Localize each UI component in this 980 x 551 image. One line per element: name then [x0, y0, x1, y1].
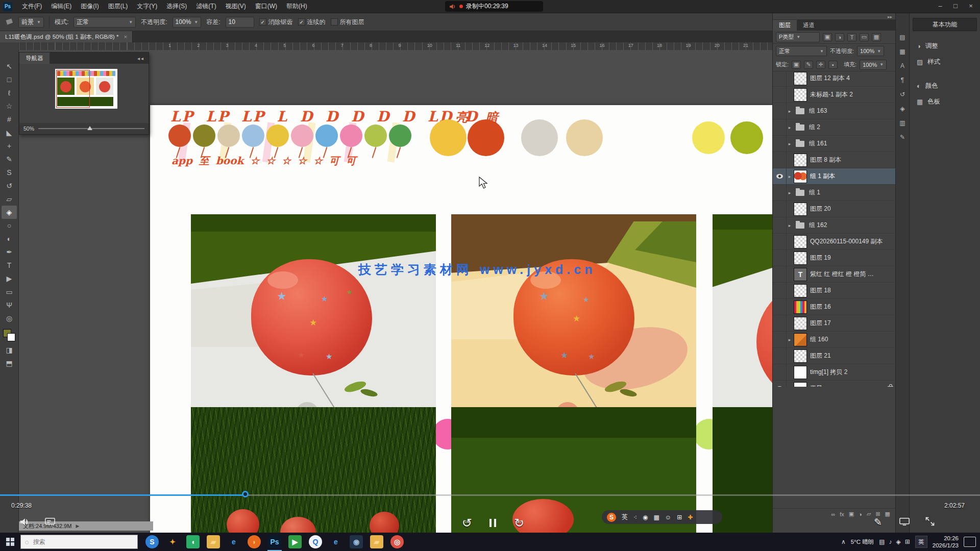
- layer-row-3[interactable]: ▸组 2: [773, 119, 895, 136]
- lock-transparency-icon[interactable]: ▣: [792, 61, 801, 69]
- player-forward-button[interactable]: ↻30: [510, 515, 528, 531]
- layer-visibility-toggle[interactable]: [773, 332, 787, 347]
- layer-visibility-toggle[interactable]: [773, 250, 787, 266]
- path-select-tool-icon[interactable]: ▶: [2, 272, 17, 285]
- taskbar-app-photoshop[interactable]: Ps: [264, 533, 285, 551]
- zoom-tool-icon[interactable]: ◎: [2, 312, 17, 325]
- taskbar-app-capture[interactable]: ▶: [285, 533, 305, 551]
- group-expand-icon[interactable]: ▸: [787, 174, 793, 179]
- layer-group-icon[interactable]: ▱: [867, 511, 871, 517]
- menu-item-8[interactable]: 窗口(W): [251, 0, 282, 13]
- menu-item-2[interactable]: 图像(I): [76, 0, 103, 13]
- search-input[interactable]: [32, 538, 121, 546]
- color-panel-icon[interactable]: ▤: [899, 34, 905, 41]
- antialias-checkbox[interactable]: ✓消除锯齿: [259, 18, 293, 27]
- layer-row-14[interactable]: 图层 16: [773, 299, 895, 315]
- layer-visibility-toggle[interactable]: [773, 168, 787, 184]
- layer-row-17[interactable]: 图层 21: [773, 348, 895, 364]
- taskbar-app-firefox[interactable]: ◗: [244, 533, 264, 551]
- contiguous-checkbox[interactable]: ✓连续的: [298, 18, 326, 27]
- mode-select[interactable]: 正常▼: [74, 17, 136, 28]
- fill-input[interactable]: 100%▼: [860, 60, 887, 70]
- layer-name[interactable]: 图层 19: [810, 254, 893, 262]
- panel-button-adjustments-panel[interactable]: ◑调整: [910, 38, 980, 54]
- healing-brush-tool-icon[interactable]: +: [2, 139, 17, 153]
- info-panel-icon[interactable]: ◈: [900, 105, 904, 112]
- layer-name[interactable]: 背景: [810, 384, 885, 387]
- dodge-tool-icon[interactable]: ◐: [2, 232, 17, 245]
- layer-name[interactable]: 组 1: [809, 188, 893, 197]
- layer-row-13[interactable]: 图层 18: [773, 283, 895, 299]
- layer-name[interactable]: 图层 20: [810, 205, 893, 213]
- status-menu-icon[interactable]: ▶: [76, 523, 79, 529]
- layer-row-16[interactable]: ▸组 160: [773, 332, 895, 348]
- group-expand-icon[interactable]: ▸: [787, 141, 793, 146]
- eraser-tool-icon[interactable]: ▱: [2, 192, 17, 206]
- layer-visibility-toggle[interactable]: [773, 283, 787, 298]
- filter-pixel-icon[interactable]: ▣: [823, 33, 832, 41]
- color-chips[interactable]: [3, 329, 15, 341]
- layer-name[interactable]: 组 2: [809, 123, 893, 132]
- layer-mask-icon[interactable]: ▣: [849, 511, 854, 517]
- notification-center-icon[interactable]: [964, 537, 976, 547]
- brush-tool-icon[interactable]: ✎: [2, 153, 17, 166]
- layer-visibility-toggle[interactable]: [773, 299, 787, 315]
- layer-name[interactable]: 组 161: [809, 139, 893, 148]
- layer-visibility-toggle[interactable]: [773, 348, 787, 364]
- all-layers-checkbox[interactable]: 所有图层: [331, 18, 364, 27]
- layer-row-15[interactable]: 图层 17: [773, 315, 895, 332]
- layer-visibility-toggle[interactable]: [773, 266, 787, 282]
- menu-item-6[interactable]: 滤镜(T): [191, 0, 220, 13]
- crop-tool-icon[interactable]: #: [2, 113, 17, 126]
- taskbar-app-folder2[interactable]: ▰: [366, 533, 387, 551]
- ime-emoji-icon[interactable]: ☺: [665, 514, 671, 521]
- layer-row-1[interactable]: 未标题-1 副本 2: [773, 87, 895, 103]
- menu-item-0[interactable]: 文件(F): [17, 0, 46, 13]
- layer-row-19[interactable]: 背景: [773, 381, 895, 387]
- group-expand-icon[interactable]: ▸: [787, 223, 793, 228]
- layer-name[interactable]: 未标题-1 副本 2: [810, 90, 893, 99]
- canvas-pasteboard[interactable]: LP LP LP L D D D D D LD D app 至 book ☆ ☆…: [19, 50, 772, 533]
- maximize-button[interactable]: □: [948, 0, 963, 11]
- layer-name[interactable]: 图层 17: [810, 319, 893, 328]
- menu-item-5[interactable]: 选择(S): [162, 0, 191, 13]
- layer-name[interactable]: QQ20260115-000149 副本: [810, 237, 893, 246]
- group-expand-icon[interactable]: ▸: [787, 125, 793, 130]
- layer-visibility-toggle[interactable]: [773, 201, 787, 217]
- layer-visibility-toggle[interactable]: [773, 87, 787, 103]
- group-expand-icon[interactable]: ▸: [787, 337, 793, 342]
- start-button[interactable]: [0, 533, 20, 551]
- panel-button-color-panel[interactable]: ◐颜色: [910, 78, 980, 94]
- layer-name[interactable]: 图层 16: [810, 303, 893, 311]
- blur-tool-icon[interactable]: ○: [2, 219, 17, 232]
- taskbar-app-media[interactable]: ◉: [346, 533, 366, 551]
- paint-bucket-tool-icon[interactable]: ◈: [2, 206, 17, 219]
- minimize-button[interactable]: –: [933, 0, 947, 11]
- ime-lang-indicator[interactable]: 英: [622, 513, 628, 521]
- tray-network-icon[interactable]: ◈: [896, 538, 901, 545]
- history-panel-icon[interactable]: ↺: [900, 91, 905, 98]
- menu-item-7[interactable]: 视图(V): [221, 0, 251, 13]
- menu-item-1[interactable]: 编辑(E): [46, 0, 76, 13]
- fill-source-select[interactable]: 前景▼: [18, 17, 44, 28]
- taskbar-app-folder[interactable]: ▰: [203, 533, 224, 551]
- layer-row-18[interactable]: timg[1] 拷贝 2: [773, 364, 895, 381]
- layer-visibility-toggle[interactable]: [773, 234, 787, 249]
- layer-row-12[interactable]: T紫红 红 橙红 橙 橙简 …: [773, 266, 895, 283]
- taskbar-app-qq[interactable]: Q: [305, 533, 326, 551]
- tray-ime-indicator[interactable]: 英: [915, 536, 927, 548]
- workspace-switcher-button[interactable]: 基本功能: [913, 18, 977, 31]
- menu-item-9[interactable]: 帮助(H): [282, 0, 312, 13]
- panel-button-styles-panel[interactable]: ▨样式: [910, 54, 980, 70]
- tray-chevron-icon[interactable]: ∧: [841, 538, 846, 545]
- lock-all-icon[interactable]: ▪: [828, 61, 838, 69]
- player-scrubber[interactable]: [242, 491, 249, 497]
- filter-smart-icon[interactable]: ▦: [872, 33, 881, 41]
- player-pause-button[interactable]: [486, 517, 499, 529]
- menu-item-4[interactable]: 文字(Y): [132, 0, 162, 13]
- layer-row-0[interactable]: 图层 12 副本 4: [773, 70, 895, 87]
- tray-security-icon[interactable]: ⊞: [905, 538, 910, 545]
- quick-mask-icon[interactable]: ◨: [2, 343, 17, 357]
- layer-visibility-toggle[interactable]: [773, 119, 787, 135]
- panel-collapse-icon[interactable]: ▸▸: [888, 14, 892, 18]
